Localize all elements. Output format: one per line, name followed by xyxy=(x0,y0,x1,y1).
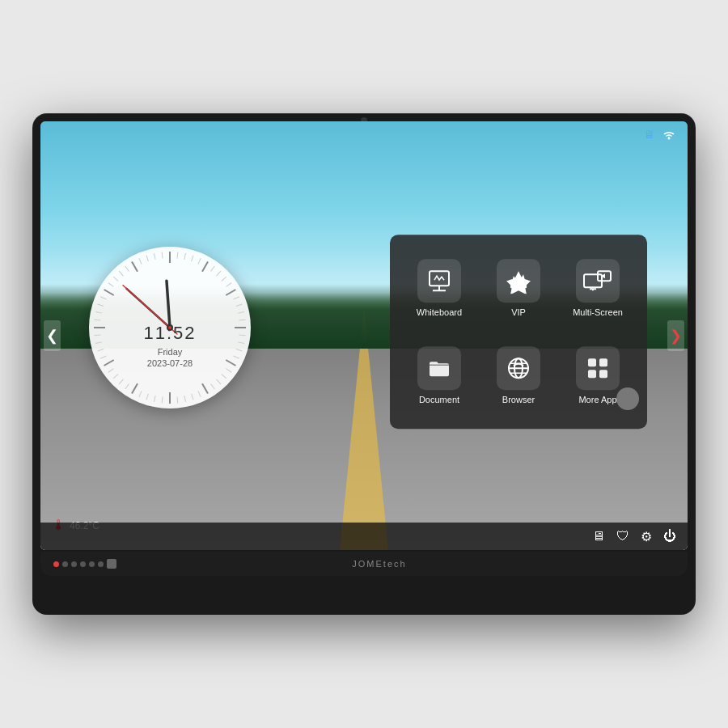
svg-line-44 xyxy=(108,369,113,373)
svg-rect-78 xyxy=(588,358,596,366)
display-icon: 🖥 xyxy=(644,128,655,141)
screen-top-icons: 🖥 xyxy=(644,128,676,141)
multiscreen-label: Multi-Screen xyxy=(573,307,623,317)
document-label: Document xyxy=(419,395,459,404)
svg-line-32 xyxy=(211,384,215,389)
taskbar-power-icon[interactable]: ⏻ xyxy=(663,529,676,544)
svg-line-57 xyxy=(139,258,142,264)
svg-line-36 xyxy=(177,397,178,404)
svg-point-0 xyxy=(668,138,671,140)
svg-line-17 xyxy=(211,266,215,271)
vip-label: VIP xyxy=(511,307,526,317)
dot-gray-4 xyxy=(89,561,95,567)
svg-line-47 xyxy=(95,342,102,344)
svg-line-26 xyxy=(238,342,244,344)
svg-line-12 xyxy=(132,262,138,272)
moreapp-icon xyxy=(576,346,620,390)
svg-line-19 xyxy=(222,277,226,281)
bottom-grid-icon xyxy=(107,559,116,569)
app-item-browser[interactable]: Browser xyxy=(482,335,555,416)
app-item-vip[interactable]: VIP xyxy=(482,248,555,328)
dot-gray-5 xyxy=(98,561,104,567)
vip-icon xyxy=(497,259,540,303)
svg-line-60 xyxy=(162,252,163,259)
dot-red xyxy=(53,561,59,567)
circle-button[interactable] xyxy=(616,387,639,410)
svg-line-54 xyxy=(113,277,118,281)
taskbar-display-icon[interactable]: 🖥 xyxy=(592,529,605,544)
svg-line-25 xyxy=(239,335,246,336)
svg-line-33 xyxy=(198,392,201,397)
svg-line-49 xyxy=(95,320,101,320)
document-icon xyxy=(417,346,461,390)
svg-line-35 xyxy=(184,396,186,402)
svg-rect-68 xyxy=(510,285,527,288)
browser-label: Browser xyxy=(502,395,535,404)
svg-line-16 xyxy=(198,258,201,264)
svg-line-6 xyxy=(202,383,208,393)
svg-line-45 xyxy=(100,356,106,358)
svg-line-42 xyxy=(119,379,123,384)
svg-line-30 xyxy=(222,375,226,379)
svg-line-29 xyxy=(226,369,231,373)
dot-gray-2 xyxy=(71,561,77,567)
screen: 🖥 ❮ ❯ // Genera xyxy=(40,121,688,550)
svg-line-55 xyxy=(119,271,123,276)
svg-line-51 xyxy=(98,304,104,306)
svg-line-46 xyxy=(98,349,104,351)
svg-line-56 xyxy=(125,266,129,271)
taskbar-shield-icon[interactable]: 🛡 xyxy=(616,529,629,544)
app-item-whiteboard[interactable]: Whiteboard xyxy=(403,248,476,328)
svg-line-34 xyxy=(192,394,193,400)
svg-line-39 xyxy=(146,394,148,400)
svg-line-8 xyxy=(132,383,138,393)
svg-line-50 xyxy=(95,311,102,313)
svg-line-48 xyxy=(95,335,101,336)
svg-line-53 xyxy=(108,283,113,287)
svg-line-37 xyxy=(162,397,163,404)
svg-rect-80 xyxy=(588,370,596,378)
svg-line-43 xyxy=(113,375,118,379)
svg-line-23 xyxy=(238,311,244,313)
svg-line-15 xyxy=(192,256,193,262)
multiscreen-icon xyxy=(576,259,620,303)
whiteboard-icon xyxy=(417,259,461,303)
svg-line-20 xyxy=(226,283,231,287)
svg-line-28 xyxy=(234,356,239,358)
svg-line-58 xyxy=(146,256,148,262)
svg-line-11 xyxy=(104,290,114,295)
clock-face: // Generated inline xyxy=(89,247,251,408)
clock-date: 2023-07-28 xyxy=(143,358,196,368)
svg-line-38 xyxy=(154,396,155,402)
dot-gray-3 xyxy=(80,561,86,567)
moreapp-label: More App xyxy=(578,395,616,404)
svg-rect-79 xyxy=(599,358,607,366)
browser-icon xyxy=(497,346,540,390)
app-menu: Whiteboard VIP xyxy=(390,235,647,429)
svg-line-40 xyxy=(139,392,142,397)
brand-label: JOMEtech xyxy=(352,559,406,569)
svg-line-59 xyxy=(154,253,155,260)
svg-line-27 xyxy=(236,349,243,351)
app-item-multiscreen[interactable]: Multi-Screen xyxy=(561,248,634,328)
svg-line-14 xyxy=(184,253,186,260)
hour-hand xyxy=(167,281,170,328)
svg-rect-81 xyxy=(599,370,607,378)
svg-line-21 xyxy=(234,297,239,299)
taskbar-settings-icon[interactable]: ⚙ xyxy=(641,529,652,544)
svg-line-5 xyxy=(226,360,235,366)
clock-day: Friday xyxy=(143,347,196,357)
svg-line-24 xyxy=(239,320,246,320)
app-item-document[interactable]: Document xyxy=(403,335,476,416)
svg-line-18 xyxy=(217,271,221,276)
svg-line-52 xyxy=(100,297,106,299)
svg-line-22 xyxy=(236,304,243,306)
monitor-outer: 🖥 ❮ ❯ // Genera xyxy=(32,113,696,615)
svg-line-9 xyxy=(104,360,114,366)
clock-time: 11:52 xyxy=(143,323,196,344)
svg-line-13 xyxy=(177,252,178,259)
nav-arrow-right[interactable]: ❯ xyxy=(667,320,684,351)
svg-line-31 xyxy=(217,379,221,384)
nav-arrow-left[interactable]: ❮ xyxy=(44,320,61,351)
clock-widget: // Generated inline xyxy=(89,247,251,408)
